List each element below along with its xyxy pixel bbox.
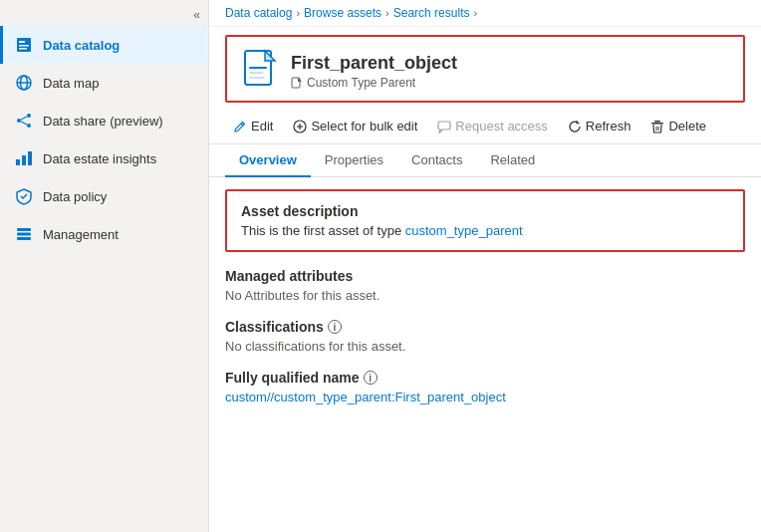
management-icon: [15, 225, 33, 243]
asset-header: First_parent_object Custom Type Parent: [225, 35, 745, 103]
svg-rect-19: [249, 67, 267, 69]
sidebar-item-data-policy[interactable]: Data policy: [0, 177, 208, 215]
managed-attributes-label: Managed attributes: [225, 268, 745, 284]
asset-name: First_parent_object: [291, 53, 457, 74]
svg-rect-12: [16, 159, 20, 165]
sidebar-item-data-map[interactable]: Data map: [0, 64, 208, 102]
asset-subtitle: Custom Type Parent: [291, 76, 457, 90]
sidebar: « Data catalog Data map: [0, 0, 209, 532]
fully-qualified-name-value: custom//custom_type_parent:First_parent_…: [225, 390, 745, 404]
fully-qualified-name-section: Fully qualified name i custom//custom_ty…: [225, 370, 745, 404]
refresh-button[interactable]: Refresh: [560, 115, 639, 137]
bulk-edit-button[interactable]: Select for bulk edit: [285, 115, 425, 137]
description-body: This is the first asset of type custom_t…: [241, 223, 729, 238]
svg-line-10: [21, 117, 27, 120]
description-text-part: This is the first asset of type: [241, 223, 405, 238]
edit-icon: [233, 120, 247, 133]
svg-rect-29: [654, 121, 660, 123]
data-share-icon: [15, 112, 33, 130]
tab-overview[interactable]: Overview: [225, 144, 311, 177]
svg-rect-15: [17, 228, 31, 231]
sidebar-item-label: Data catalog: [43, 38, 120, 53]
svg-rect-28: [651, 123, 663, 125]
sidebar-item-data-catalog[interactable]: Data catalog: [0, 26, 208, 64]
toolbar: Edit Select for bulk edit Request access…: [209, 109, 761, 144]
chat-icon: [437, 120, 451, 133]
asset-title-block: First_parent_object Custom Type Parent: [291, 53, 457, 90]
description-title: Asset description: [241, 203, 729, 219]
breadcrumb-sep-3: ›: [473, 7, 477, 19]
request-access-button[interactable]: Request access: [429, 115, 556, 137]
tab-properties[interactable]: Properties: [311, 144, 397, 177]
asset-file-icon: [243, 49, 279, 93]
tabs: Overview Properties Contacts Related: [209, 144, 761, 177]
svg-rect-2: [19, 45, 29, 47]
delete-icon: [650, 120, 664, 133]
data-policy-icon: [15, 187, 33, 205]
asset-type: Custom Type Parent: [307, 76, 415, 90]
data-map-icon: [15, 74, 33, 92]
breadcrumb: Data catalog › Browse assets › Search re…: [209, 0, 761, 27]
svg-rect-17: [17, 237, 31, 240]
sidebar-item-data-estate[interactable]: Data estate insights: [0, 139, 208, 177]
svg-rect-16: [17, 233, 31, 236]
asset-description-box: Asset description This is the first asse…: [225, 189, 745, 252]
svg-rect-14: [28, 151, 32, 165]
svg-rect-3: [19, 48, 27, 50]
svg-rect-21: [249, 77, 265, 79]
svg-rect-1: [19, 41, 25, 43]
sidebar-item-label: Data share (preview): [43, 114, 163, 129]
tab-related[interactable]: Related: [476, 144, 549, 177]
data-estate-icon: [15, 149, 33, 167]
svg-rect-13: [22, 155, 26, 165]
svg-point-7: [27, 114, 31, 118]
sidebar-collapse-button[interactable]: «: [0, 4, 208, 26]
main-content: Data catalog › Browse assets › Search re…: [209, 0, 761, 532]
tab-contacts[interactable]: Contacts: [397, 144, 476, 177]
sidebar-item-label: Data estate insights: [43, 151, 156, 166]
svg-rect-27: [438, 122, 450, 130]
breadcrumb-data-catalog[interactable]: Data catalog: [225, 6, 292, 20]
subtitle-icon: [291, 77, 303, 89]
managed-attributes-empty: No Attributes for this asset.: [225, 288, 745, 303]
svg-rect-20: [249, 72, 263, 74]
classifications-info-icon: i: [328, 320, 342, 334]
sidebar-item-label: Data map: [43, 76, 99, 91]
overview-content: Asset description This is the first asse…: [209, 177, 761, 532]
breadcrumb-sep-1: ›: [296, 7, 300, 19]
classifications-label: Classifications i: [225, 319, 745, 335]
plus-circle-icon: [293, 120, 307, 133]
classifications-section: Classifications i No classifications for…: [225, 319, 745, 354]
svg-line-11: [21, 122, 27, 125]
refresh-icon: [568, 120, 582, 133]
classifications-empty: No classifications for this asset.: [225, 339, 745, 354]
fully-qualified-name-info-icon: i: [364, 371, 378, 385]
svg-point-9: [27, 124, 31, 128]
managed-attributes-section: Managed attributes No Attributes for thi…: [225, 268, 745, 303]
breadcrumb-sep-2: ›: [385, 7, 389, 19]
description-link[interactable]: custom_type_parent: [405, 223, 523, 238]
fully-qualified-name-label: Fully qualified name i: [225, 370, 745, 386]
svg-line-23: [241, 124, 243, 126]
breadcrumb-browse-assets[interactable]: Browse assets: [304, 6, 381, 20]
data-catalog-icon: [15, 36, 33, 54]
delete-button[interactable]: Delete: [642, 115, 714, 137]
sidebar-item-data-share[interactable]: Data share (preview): [0, 102, 208, 139]
edit-button[interactable]: Edit: [225, 115, 281, 137]
breadcrumb-search-results[interactable]: Search results: [393, 6, 470, 20]
sidebar-item-management[interactable]: Management: [0, 215, 208, 253]
svg-point-8: [17, 119, 21, 123]
sidebar-item-label: Management: [43, 227, 119, 242]
sidebar-item-label: Data policy: [43, 189, 107, 204]
